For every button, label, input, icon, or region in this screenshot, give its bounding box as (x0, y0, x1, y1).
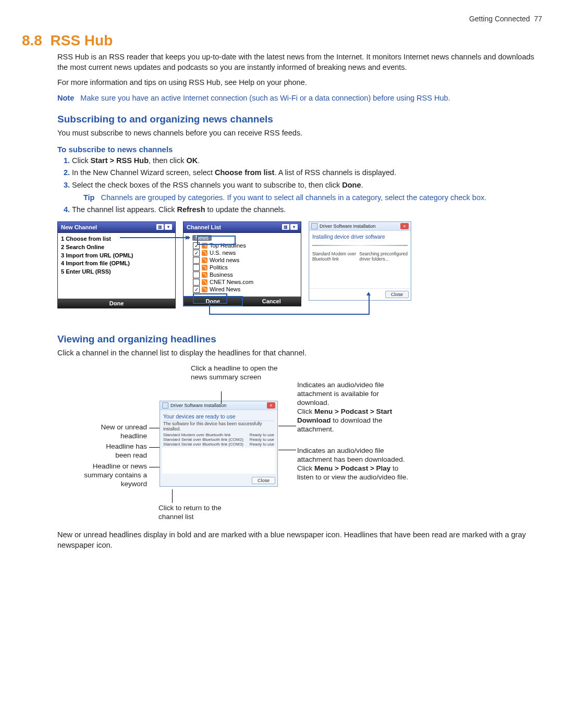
phone2-cancel-button[interactable]: Cancel (242, 297, 301, 306)
closing-paragraph: New or unread headlines display in bold … (57, 530, 542, 550)
screenshot-driver-install-2: Driver Software Installation × Your devi… (160, 401, 278, 487)
device-row: Standard Serial over Bluetooth link (COM… (160, 442, 277, 447)
channel-label: Wired News (210, 286, 240, 292)
annot-left-1: New or unread headline (84, 423, 147, 441)
viewing-intro: Click a channel in the channel list to d… (57, 348, 542, 359)
close-icon[interactable]: × (400, 223, 409, 229)
step-1: Click Start > RSS Hub, then click OK. (72, 156, 542, 166)
rss-icon (202, 257, 207, 263)
steps-list: Click Start > RSS Hub, then click OK. In… (57, 156, 542, 215)
new-channel-option[interactable]: 3 Import from URL (OPML) (61, 252, 172, 260)
channel-row[interactable]: ✓Wired News (193, 286, 300, 293)
dialog1-status: Searching preconfigured driver folders..… (359, 251, 408, 262)
dialog1-title: Driver Software Installation (320, 224, 376, 229)
checkbox-icon[interactable] (193, 279, 200, 286)
callout-line (149, 447, 160, 448)
channel-row[interactable]: Business (193, 272, 300, 278)
intro-paragraph-1: RSS Hub is an RSS reader that keeps you … (57, 52, 542, 72)
tip: Tip Channels are grouped by categories. … (83, 193, 542, 203)
channel-row[interactable]: Politics (193, 264, 300, 271)
annot-right-1: Indicates an audio/video file attachment… (297, 381, 412, 434)
channel-row[interactable]: CNET News.com (193, 279, 300, 286)
checkbox-icon[interactable]: ✓ (193, 286, 200, 293)
screenshot-driver-install-1: Driver Software Installation × Installin… (309, 221, 411, 301)
callout-line (278, 426, 296, 426)
phone2-titlebar: Channel List ▥▾ (183, 222, 301, 233)
new-channel-option[interactable]: 5 Enter URL (RSS) (61, 268, 172, 276)
phone1-done-button[interactable]: Done (58, 299, 175, 308)
step-4: The channel list appears. Click Refresh … (72, 205, 542, 215)
annot-top: Click a headline to open the news summar… (191, 364, 279, 382)
arrowhead-icon (366, 292, 371, 295)
section-heading: 8.8 RSS Hub (22, 32, 542, 49)
callout-line (172, 489, 173, 503)
callout-line (221, 391, 222, 404)
channel-label: U.S. news (210, 250, 236, 256)
subheading-to-subscribe: To subscribe to news channels (57, 145, 542, 154)
channel-row[interactable]: ✓U.S. news (193, 250, 300, 256)
callout-line (209, 314, 370, 315)
annot-bottom: Click to return to the channel list (158, 504, 237, 522)
rss-icon (202, 272, 207, 278)
subscribing-intro: You must subscribe to news channels befo… (57, 128, 542, 139)
dialog2-title: Driver Software Installation (170, 403, 227, 408)
device-row: Standard Serial over Bluetooth link (COM… (160, 437, 277, 442)
callout-line (209, 302, 210, 315)
callout-line (149, 467, 160, 467)
annot-left-3: Headline or news summary contains a keyw… (73, 462, 147, 489)
dialog1-titlebar: Driver Software Installation × (309, 222, 411, 231)
rss-icon (202, 279, 207, 285)
checkbox-icon[interactable] (193, 272, 200, 278)
channel-label: World news (210, 257, 239, 263)
step-2: In the New Channel Wizard screen, select… (72, 168, 542, 178)
screenshot-row-1: New Channel ▥▾ 1 Choose from list2 Searc… (57, 221, 542, 309)
new-channel-option[interactable]: 2 Search Online (61, 243, 172, 252)
dialog2-close-button[interactable]: Close (252, 477, 275, 484)
phone1-title: New Channel (61, 224, 97, 230)
subheading-viewing: Viewing and organizing headlines (57, 334, 542, 345)
note: Note Make sure you have an active Intern… (57, 93, 542, 104)
rss-icon (202, 265, 207, 270)
dialog2-sub: The software for this device has been su… (160, 421, 277, 433)
step-3: Select the check boxes of the RSS channe… (72, 180, 542, 203)
phone1-titlebar: New Channel ▥▾ (58, 222, 175, 233)
checkbox-icon[interactable]: ✓ (193, 250, 200, 256)
dialog1-device: Standard Modem over Bluetooth link (312, 251, 356, 262)
callout-line (369, 295, 370, 315)
new-channel-option[interactable]: 4 Import from file (OPML) (61, 260, 172, 268)
dialog2-message: Your devices are ready to use (160, 410, 277, 421)
status-tray-icon: ▥▾ (282, 224, 298, 230)
callout-line (278, 450, 296, 450)
app-icon (162, 402, 168, 409)
device-row: Standard Modem over Bluetooth linkReady … (160, 433, 277, 437)
status-tray-icon: ▥▾ (156, 224, 172, 230)
callout-line (149, 428, 160, 428)
dialog2-list-area (162, 448, 275, 474)
rss-icon (202, 250, 207, 256)
page-header: Getting Connected 77 (21, 15, 542, 23)
highlight-box (193, 293, 227, 304)
rss-icon (202, 287, 207, 292)
checkbox-icon[interactable] (193, 264, 200, 271)
new-channel-option[interactable]: 1 Choose from list (61, 235, 172, 243)
checkbox-icon[interactable] (193, 257, 200, 264)
screenshot-new-channel: New Channel ▥▾ 1 Choose from list2 Searc… (57, 221, 176, 309)
channel-label: Business (210, 272, 233, 278)
channel-label: CNET News.com (210, 279, 253, 285)
dialog1-close-button[interactable]: Close (385, 291, 409, 298)
intro-paragraph-2: For more information and tips on using R… (57, 78, 542, 88)
app-icon (311, 223, 317, 229)
dialog1-message: Installing device driver software (312, 234, 408, 240)
dialog2-titlebar: Driver Software Installation × (160, 401, 277, 410)
annot-left-2: Headline has been read (90, 442, 147, 460)
channel-label: Politics (210, 264, 228, 270)
callout-arrow (120, 237, 189, 238)
phone2-title: Channel List (187, 224, 221, 230)
close-icon[interactable]: × (267, 402, 275, 409)
channel-row[interactable]: World news (193, 257, 300, 264)
figure-headlines: Driver Software Installation × Your devi… (57, 364, 542, 521)
subheading-subscribing: Subscribing to and organizing news chann… (57, 114, 542, 125)
annot-right-2: Indicates an audio/video file attachment… (297, 447, 412, 482)
highlight-box (197, 236, 236, 245)
